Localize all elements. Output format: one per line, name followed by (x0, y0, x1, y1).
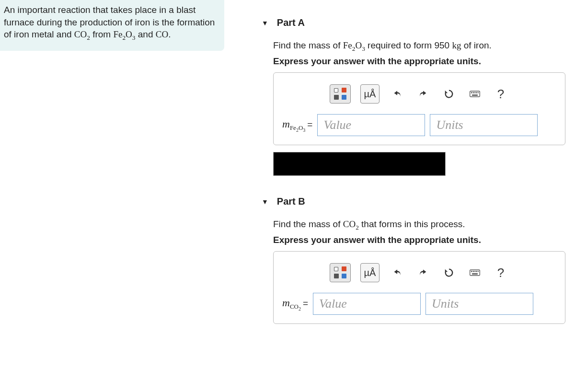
part-a-toolbar: µÅ ? (280, 84, 558, 104)
templates-button[interactable] (330, 84, 351, 104)
problem-statement: An important reaction that takes place i… (0, 0, 224, 51)
part-b-instruction: Express your answer with the appropriate… (249, 235, 575, 251)
part-b-toolbar: µÅ ? (280, 263, 558, 282)
intro-text-2: from (90, 29, 114, 39)
svg-rect-10 (474, 271, 475, 272)
redo-button[interactable] (415, 263, 431, 282)
chem-fe2o3: Fe2O3 (113, 29, 135, 39)
redo-button[interactable] (415, 84, 431, 104)
collapse-icon[interactable]: ▼ (262, 198, 268, 206)
redacted-region (273, 152, 446, 176)
part-a-question: Find the mass of Fe2O3 required to form … (249, 32, 575, 56)
part-b-value-input[interactable]: Value (313, 293, 421, 315)
chem-co: CO (156, 29, 168, 39)
part-a-header[interactable]: ▼ Part A (249, 0, 575, 32)
reset-button[interactable] (441, 84, 457, 104)
svg-rect-8 (471, 271, 472, 272)
units-palette-button[interactable]: µÅ (360, 84, 380, 104)
svg-rect-13 (472, 274, 478, 275)
intro-text-3: and (135, 29, 155, 39)
undo-button[interactable] (389, 263, 405, 282)
svg-rect-2 (473, 92, 474, 93)
part-a-answer-box: µÅ ? mFe2O3= Value Units (273, 72, 565, 145)
help-button[interactable]: ? (493, 263, 509, 282)
svg-rect-4 (476, 92, 477, 93)
part-a-value-input[interactable]: Value (317, 114, 425, 136)
units-palette-button[interactable]: µÅ (360, 263, 380, 282)
templates-button[interactable] (330, 263, 351, 282)
intro-text-4: . (168, 29, 171, 39)
part-a-title: Part A (277, 17, 305, 28)
svg-rect-12 (478, 271, 479, 272)
svg-rect-6 (472, 95, 478, 96)
part-b-header[interactable]: ▼ Part B (249, 176, 575, 211)
reset-button[interactable] (441, 263, 457, 282)
svg-rect-11 (476, 271, 477, 272)
answer-panel: ▼ Part A Find the mass of Fe2O3 required… (249, 0, 575, 324)
part-a-instruction: Express your answer with the appropriate… (249, 56, 575, 72)
svg-rect-9 (473, 271, 474, 272)
keyboard-button[interactable] (467, 263, 483, 282)
help-button[interactable]: ? (493, 84, 509, 104)
part-b-answer-row: mCO2= Value Units (280, 293, 558, 315)
part-b-question: Find the mass of CO2 that forms in this … (249, 211, 575, 235)
svg-rect-1 (471, 92, 472, 93)
collapse-icon[interactable]: ▼ (262, 19, 268, 27)
svg-rect-7 (470, 270, 480, 276)
part-a-variable-label: mFe2O3= (282, 118, 312, 133)
keyboard-button[interactable] (467, 84, 483, 104)
svg-rect-3 (474, 92, 475, 93)
part-b-title: Part B (277, 196, 305, 207)
svg-rect-0 (470, 91, 480, 97)
part-b-units-input[interactable]: Units (426, 293, 533, 315)
undo-button[interactable] (389, 84, 405, 104)
part-b-variable-label: mCO2= (282, 297, 308, 311)
part-b-answer-box: µÅ ? mCO2= Value Units (273, 251, 565, 324)
part-a-answer-row: mFe2O3= Value Units (280, 114, 558, 136)
svg-rect-5 (478, 92, 479, 93)
part-a-units-input[interactable]: Units (430, 114, 538, 136)
chem-co2: CO2 (74, 29, 90, 39)
